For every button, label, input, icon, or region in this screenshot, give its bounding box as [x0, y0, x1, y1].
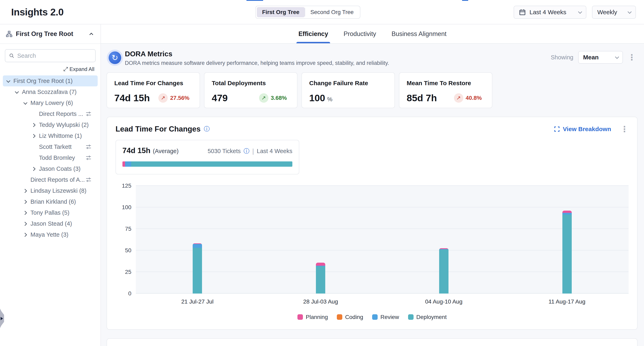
tree-item[interactable]: Todd Bromley	[3, 152, 98, 163]
clipped-top-artifact	[246, 0, 263, 1]
info-icon[interactable]: ⓘ	[244, 147, 250, 155]
bar-28 Jul-03 Aug[interactable]	[316, 263, 325, 293]
bar-21 Jul-27 Jul[interactable]	[193, 243, 202, 294]
date-range-select[interactable]: Last 4 Weeks	[514, 6, 586, 19]
phase-distribution-bar	[122, 161, 292, 167]
chevron-right-icon[interactable]	[23, 232, 28, 237]
org-tree-toggle: First Org Tree Second Org Tree	[256, 6, 360, 19]
lead-time-chart: 0255075100125 21 Jul-27 Jul28 Jul-03 Aug…	[116, 186, 628, 322]
bar-segment-planning	[562, 211, 572, 213]
info-icon[interactable]: ⓘ	[204, 125, 210, 133]
x-tick-label: 11 Aug-17 Aug	[548, 298, 586, 305]
legend-swatch	[337, 314, 342, 320]
gridline	[136, 250, 628, 250]
org-tree: First Org Tree Root (1)Anna Scozzafava (…	[0, 75, 100, 240]
legend-item-planning[interactable]: Planning	[298, 314, 328, 320]
tree-item-label: Jason Stead (4)	[30, 220, 72, 227]
filter-adjust-icon[interactable]	[86, 177, 92, 183]
y-tick-label: 0	[128, 290, 131, 297]
collapse-sidebar-icon[interactable]	[89, 33, 93, 36]
chevron-right-icon[interactable]	[32, 123, 36, 127]
y-tick-label: 125	[122, 183, 131, 189]
tree-item[interactable]: First Org Tree Root (1)	[3, 75, 98, 86]
chevron-right-icon[interactable]	[23, 210, 28, 215]
org-toggle-first[interactable]: First Org Tree	[257, 7, 305, 17]
legend-item-coding[interactable]: Coding	[337, 314, 363, 320]
x-axis-labels: 21 Jul-27 Jul28 Jul-03 Aug04 Aug-10 Aug1…	[136, 298, 628, 308]
gridline	[136, 272, 628, 272]
calendar-icon	[519, 9, 526, 16]
tree-item[interactable]: Anna Scozzafava (7)	[3, 86, 98, 97]
tree-item-label: Scott Tarkett	[39, 143, 72, 150]
bar-segment-deployment	[562, 215, 572, 294]
app-title: Insights 2.0	[11, 7, 64, 18]
bar-segment-review	[193, 244, 202, 248]
chevron-right-icon[interactable]	[32, 166, 36, 171]
tree-item[interactable]: Jason Coats (3)	[3, 163, 98, 174]
legend-label: Planning	[306, 314, 328, 320]
y-tick-label: 100	[122, 204, 131, 211]
legend-swatch	[298, 314, 303, 320]
tab-efficiency[interactable]: Efficiency	[298, 24, 328, 43]
chart-legend: PlanningCodingReviewDeployment	[116, 314, 628, 322]
chevron-down-icon[interactable]	[6, 79, 10, 83]
tree-item[interactable]: Liz Whittome (1)	[3, 130, 98, 141]
lead-time-summary-card: 74d 15h (Average) 5030 Tickets ⓘ | Last …	[116, 140, 299, 175]
search-icon	[9, 53, 14, 59]
tree-item[interactable]: Scott Tarkett	[3, 141, 98, 152]
legend-item-deployment[interactable]: Deployment	[408, 314, 447, 320]
expand-all-button[interactable]: ⤢ Expand All	[0, 66, 94, 73]
gridline	[136, 293, 628, 294]
org-toggle-second[interactable]: Second Org Tree	[305, 7, 359, 17]
chevron-placeholder	[32, 112, 36, 116]
tree-item[interactable]: Lindsay Liszewski (8)	[3, 185, 98, 196]
tree-item[interactable]: Brian Kirkland (6)	[3, 196, 98, 207]
expand-icon: ⤢	[63, 66, 68, 73]
x-tick-label: 21 Jul-27 Jul	[181, 298, 214, 305]
main-tabs: Efficiency Productivity Business Alignme…	[101, 24, 644, 44]
tree-item-label: First Org Tree Root (1)	[14, 78, 73, 84]
dora-title: DORA Metrics	[125, 50, 389, 58]
average-value: 74d 15h	[122, 146, 150, 155]
tree-item[interactable]: Teddy Wylupski (2)	[3, 119, 98, 130]
chevron-down-icon[interactable]	[14, 90, 19, 94]
bar-04 Aug-10 Aug[interactable]	[439, 248, 448, 294]
tree-item[interactable]: Maya Yette (3)	[3, 229, 98, 240]
granularity-select[interactable]: Weekly	[592, 6, 636, 19]
aggregation-select[interactable]: Mean	[578, 51, 623, 64]
gridline	[136, 186, 628, 186]
filter-adjust-icon[interactable]	[86, 111, 92, 117]
tab-productivity[interactable]: Productivity	[344, 24, 376, 43]
kebab-menu-icon[interactable]: ⋮	[628, 55, 636, 60]
tree-item[interactable]: Jason Stead (4)	[3, 218, 98, 229]
tree-item[interactable]: Mary Lowery (6)	[3, 97, 98, 108]
chevron-right-icon[interactable]	[23, 200, 28, 204]
showing-label: Showing	[551, 54, 573, 61]
section-title: Lead Time For Changes	[116, 125, 200, 133]
metric-card-total-deployments: Total Deployments 479 ↗ 3.68%	[204, 72, 298, 108]
chevron-right-icon[interactable]	[32, 133, 36, 138]
tree-item[interactable]: Direct Reports of A...	[3, 174, 98, 185]
chevron-right-icon[interactable]	[23, 189, 28, 193]
trend-up-icon: ↗	[259, 93, 268, 103]
tree-item-label: Liz Whittome (1)	[39, 132, 82, 139]
tab-business-alignment[interactable]: Business Alignment	[392, 24, 447, 43]
kebab-menu-icon[interactable]: ⋮	[620, 127, 628, 131]
filter-adjust-icon[interactable]	[86, 155, 92, 161]
chevron-down-icon	[628, 10, 632, 14]
bar-11 Aug-17 Aug[interactable]	[562, 211, 572, 294]
filter-adjust-icon[interactable]	[86, 144, 92, 150]
search-input[interactable]	[17, 52, 92, 59]
tree-item-label: Todd Bromley	[39, 154, 75, 161]
trend-up-icon: ↗	[158, 93, 168, 103]
view-breakdown-button[interactable]: View Breakdown	[554, 126, 611, 132]
legend-item-review[interactable]: Review	[372, 314, 399, 320]
phase-segment-deployment	[131, 161, 292, 167]
chevron-right-icon[interactable]	[23, 221, 28, 226]
chevron-down-icon[interactable]	[23, 101, 28, 105]
tree-item[interactable]: Tony Pallas (5)	[3, 207, 98, 218]
tree-item[interactable]: Direct Reports ...	[3, 108, 98, 119]
legend-label: Coding	[345, 314, 363, 320]
y-tick-label: 50	[125, 247, 131, 254]
chevron-placeholder	[23, 178, 28, 182]
